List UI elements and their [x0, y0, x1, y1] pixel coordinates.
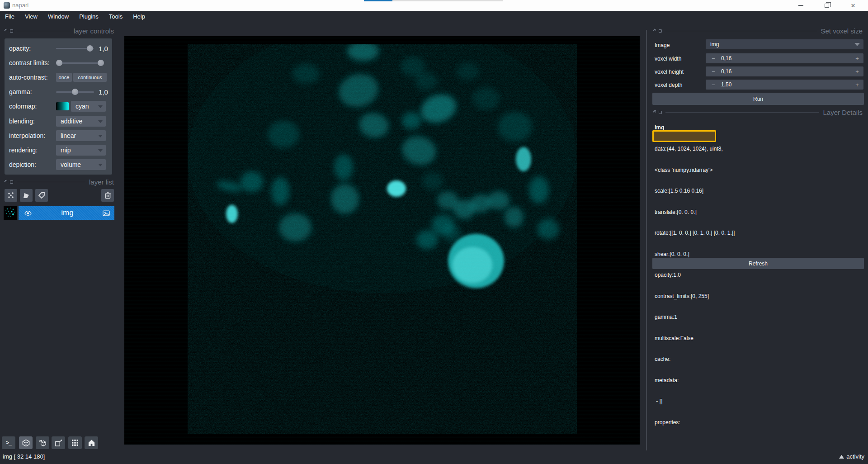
voxel-depth-label: voxel depth [655, 82, 682, 88]
voxel-width-label: voxel width [655, 56, 681, 62]
dock-splitter[interactable] [646, 30, 647, 450]
voxel-width-value: 0,16 [721, 55, 731, 62]
float-panel-icon[interactable] [4, 29, 7, 33]
opacity-slider-handle[interactable] [87, 45, 93, 52]
hide-panel-icon[interactable] [659, 29, 662, 33]
chevron-down-icon [98, 149, 103, 152]
increment-button[interactable]: + [853, 81, 862, 88]
transpose-icon [55, 439, 62, 447]
colormap-swatch [56, 102, 69, 110]
image-label: Image [655, 42, 670, 48]
roll-dimensions-button[interactable] [36, 436, 49, 449]
chevron-down-icon [98, 105, 103, 108]
colormap-label: colormap: [9, 103, 56, 110]
interpolation-label: interpolation: [9, 132, 56, 139]
minimize-icon [798, 5, 803, 6]
transpose-dimensions-button[interactable] [52, 436, 65, 449]
voxel-height-value: 0,16 [721, 68, 731, 75]
ndisplay-toggle-button[interactable] [19, 436, 33, 449]
hide-panel-icon[interactable] [10, 180, 13, 184]
status-bar [0, 450, 868, 464]
layer-details-text: data:(44, 1024, 1024), uint8, <class 'nu… [655, 132, 735, 440]
gamma-label: gamma: [9, 88, 56, 95]
grid-view-button[interactable] [68, 436, 82, 449]
depiction-dropdown[interactable]: volume [56, 159, 106, 170]
colormap-dropdown[interactable]: cyan [71, 101, 106, 112]
new-labels-layer-button[interactable] [35, 189, 48, 202]
interpolation-value: linear [61, 132, 76, 139]
minimize-button[interactable] [790, 0, 811, 11]
title-bar[interactable]: napari ✕ [0, 0, 868, 11]
layer-details-header: Layer Details [652, 109, 863, 116]
increment-button[interactable]: + [853, 55, 862, 62]
points-icon [7, 192, 14, 199]
delete-layer-button[interactable] [101, 189, 114, 202]
menu-window[interactable]: Window [47, 12, 70, 21]
decrement-button[interactable]: − [706, 55, 721, 62]
home-icon [88, 439, 95, 446]
visibility-eye-icon[interactable] [24, 210, 32, 216]
opacity-slider[interactable] [56, 45, 94, 52]
top-accent-gray-bar [392, 0, 503, 1]
layer-controls-panel: opacity: 1,0 contrast limits: auto-contr… [5, 38, 112, 175]
close-icon: ✕ [851, 3, 856, 9]
run-button[interactable]: Run [652, 93, 864, 105]
decrement-button[interactable]: − [706, 81, 721, 88]
voxel-width-spinbox[interactable]: − 0,16 + [706, 53, 863, 63]
auto-contrast-once-button[interactable]: once [56, 73, 72, 82]
menu-tools[interactable]: Tools [108, 12, 124, 21]
increment-button[interactable]: + [853, 68, 862, 75]
auto-contrast-label: auto-contrast: [9, 74, 56, 81]
hide-panel-icon[interactable] [10, 29, 13, 33]
decrement-button[interactable]: − [706, 68, 721, 75]
napari-app-icon [4, 2, 10, 9]
menu-plugins[interactable]: Plugins [78, 12, 100, 21]
hide-panel-icon[interactable] [659, 111, 662, 114]
restore-button[interactable] [816, 0, 837, 11]
activity-label: activity [846, 453, 864, 460]
menu-view[interactable]: View [24, 12, 39, 21]
set-voxel-size-title: Set voxel size [821, 27, 863, 35]
voxel-height-spinbox[interactable]: − 0,16 + [706, 66, 863, 76]
contrast-limits-slider[interactable] [56, 60, 104, 66]
labels-tag-icon [38, 192, 45, 199]
roll-cube-icon [38, 439, 47, 447]
opacity-label: opacity: [9, 45, 56, 52]
blending-value: additive [61, 118, 82, 125]
depiction-label: depiction: [9, 161, 56, 168]
menu-help[interactable]: Help [132, 12, 146, 21]
rendering-label: rendering: [9, 147, 56, 154]
refresh-button[interactable]: Refresh [652, 258, 864, 269]
new-shapes-layer-button[interactable] [20, 189, 33, 202]
voxel-depth-spinbox[interactable]: − 1,50 + [706, 80, 863, 90]
float-panel-icon[interactable] [652, 110, 656, 114]
viewer-canvas[interactable] [124, 36, 640, 445]
close-button[interactable]: ✕ [843, 0, 863, 11]
console-icon: >_ [6, 440, 11, 446]
rendering-dropdown[interactable]: mip [56, 145, 106, 156]
gamma-value: 1,0 [99, 88, 108, 96]
contrast-high-handle[interactable] [98, 60, 104, 66]
layer-row-img[interactable]: img [19, 206, 114, 220]
home-reset-view-button[interactable] [85, 436, 98, 449]
image-select-dropdown[interactable]: img [706, 39, 863, 49]
contrast-low-handle[interactable] [56, 60, 62, 66]
gamma-slider-handle[interactable] [72, 89, 78, 95]
console-button[interactable]: >_ [2, 436, 15, 449]
menu-bar: File View Window Plugins Tools Help [0, 11, 868, 22]
new-points-layer-button[interactable] [5, 189, 17, 202]
layer-controls-title: layer controls [74, 27, 114, 35]
float-panel-icon[interactable] [652, 29, 656, 33]
gamma-slider[interactable] [56, 89, 94, 95]
interpolation-dropdown[interactable]: linear [56, 130, 106, 141]
auto-contrast-continuous-button[interactable]: continuous [73, 73, 107, 82]
colormap-value: cyan [75, 103, 89, 110]
layer-thumbnail [4, 206, 17, 220]
activity-toggle[interactable]: activity [839, 453, 864, 460]
image-layer-type-icon[interactable] [103, 210, 110, 216]
menu-file[interactable]: File [4, 12, 16, 21]
voxel-height-label: voxel height [655, 69, 684, 75]
3d-cube-icon [22, 439, 30, 447]
float-panel-icon[interactable] [4, 180, 7, 184]
blending-dropdown[interactable]: additive [56, 116, 106, 127]
